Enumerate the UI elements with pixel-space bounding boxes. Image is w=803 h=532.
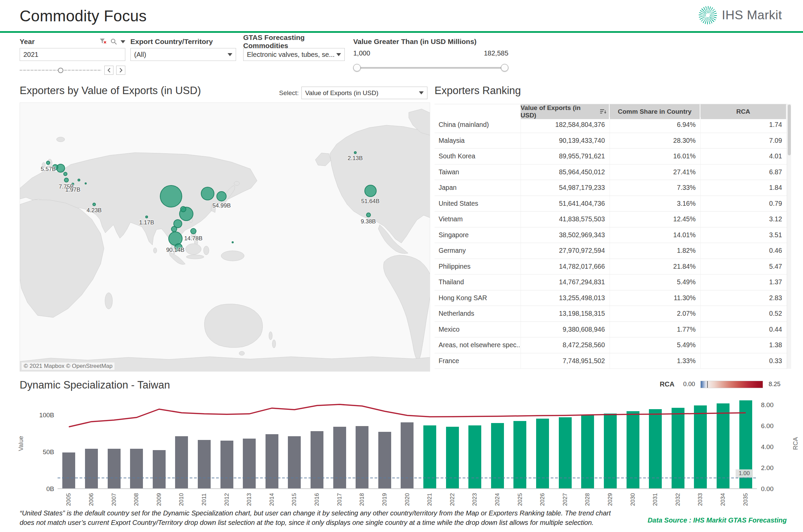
range-thumb-max[interactable] bbox=[501, 64, 508, 71]
dashboard: Commodity Focus IHS Markit Year bbox=[0, 0, 803, 532]
map-bubble[interactable] bbox=[46, 161, 50, 165]
year-next-button[interactable] bbox=[116, 66, 125, 75]
year-slider-thumb[interactable] bbox=[58, 68, 63, 73]
x-tick-label: 2026 bbox=[531, 491, 554, 510]
legend-title: RCA bbox=[660, 380, 674, 388]
cell-country: Areas, not elsewhere spec.. bbox=[435, 337, 521, 353]
map-bubble[interactable] bbox=[92, 203, 96, 206]
export-country-dropdown[interactable]: (All) bbox=[130, 48, 236, 61]
map-bubble[interactable] bbox=[63, 172, 67, 176]
x-tick-label: 2007 bbox=[103, 491, 125, 510]
cell-country: Singapore bbox=[435, 227, 521, 243]
map-bubble[interactable] bbox=[77, 179, 80, 182]
dynamic-specialization-plot: 1.00 bbox=[58, 397, 757, 489]
footnote-line-1: “United States” is the default country s… bbox=[20, 508, 610, 518]
x-tick-label: 2023 bbox=[464, 491, 486, 510]
map-bubble[interactable] bbox=[190, 228, 197, 234]
map-bubble[interactable] bbox=[180, 206, 186, 212]
table-row[interactable]: Germany27,970,972,5941.82%0.46 bbox=[435, 243, 787, 259]
table-row[interactable]: United States51,641,404,7363.16%0.79 bbox=[435, 196, 787, 212]
x-tick-label: 2022 bbox=[441, 491, 464, 510]
cell-rca: 0.33 bbox=[700, 353, 787, 369]
cell-value: 13,255,498,013 bbox=[521, 290, 609, 306]
map-bubble[interactable] bbox=[364, 185, 377, 197]
caret-down-icon bbox=[227, 53, 232, 56]
x-tick-label: 2008 bbox=[125, 491, 148, 510]
table-row[interactable]: South Korea89,955,791,62116.01%4.01 bbox=[435, 149, 787, 165]
table-scrollbar[interactable] bbox=[787, 104, 791, 369]
rca-color-scale[interactable] bbox=[700, 381, 763, 388]
table-body: China (mainland)182,584,804,3766.94%1.74… bbox=[435, 117, 787, 369]
cell-value: 41,838,575,503 bbox=[521, 211, 609, 227]
table-row[interactable]: Netherlands13,198,158,3152.07%0.52 bbox=[435, 306, 787, 322]
cell-country: Malaysia bbox=[435, 133, 521, 149]
cell-rca: 1.74 bbox=[700, 117, 787, 133]
cell-value: 9,380,608,946 bbox=[521, 322, 609, 338]
x-tick-label: 2009 bbox=[148, 491, 170, 510]
map-bubble[interactable] bbox=[232, 241, 234, 243]
cell-value: 7,748,951,502 bbox=[521, 353, 609, 369]
cell-country: South Korea bbox=[435, 149, 521, 165]
search-icon[interactable] bbox=[110, 38, 117, 45]
filter-export-country: Export Country/Territory (All) bbox=[130, 37, 236, 61]
commodity-dropdown[interactable]: Electronic valves, tubes, se... bbox=[243, 48, 345, 61]
map-bubble[interactable] bbox=[64, 178, 69, 183]
year-filter-label: Year bbox=[20, 38, 35, 46]
bubble-value-label: 54.99B bbox=[212, 202, 231, 209]
legend-max: 8.25 bbox=[768, 381, 780, 388]
caret-down-icon[interactable] bbox=[121, 40, 125, 43]
range-max-value: 182,585 bbox=[484, 50, 508, 57]
caret-down-icon bbox=[419, 91, 424, 94]
cell-rca: 0.79 bbox=[700, 196, 787, 212]
x-tick-label: 2015 bbox=[283, 491, 306, 510]
table-row[interactable]: Singapore38,502,969,34314.01%3.51 bbox=[435, 227, 787, 243]
rca-trend-line bbox=[69, 404, 746, 427]
map-bubble[interactable] bbox=[171, 226, 177, 232]
map-bubble[interactable] bbox=[354, 151, 357, 154]
x-tick-label: 2016 bbox=[306, 491, 329, 510]
table-scrollbar-thumb[interactable] bbox=[788, 104, 791, 155]
filter-value-range: Value Greater Than (in USD Millions) 1,0… bbox=[353, 37, 508, 71]
filter-commodity: GTAS Forecasting Commodities Electronic … bbox=[243, 37, 345, 61]
value-range-label: Value Greater Than (in USD Millions) bbox=[353, 38, 476, 46]
brand-logo: IHS Markit bbox=[699, 6, 782, 24]
x-tick-label: 2033 bbox=[689, 491, 712, 510]
map-bubble[interactable] bbox=[216, 191, 226, 201]
range-thumb-min[interactable] bbox=[353, 64, 361, 71]
value-range-slider[interactable] bbox=[353, 64, 508, 71]
table-row[interactable]: Malaysia90,139,433,74028.30%7.09 bbox=[435, 133, 787, 149]
cell-share: 1.77% bbox=[609, 322, 700, 338]
cell-rca: 1.38 bbox=[700, 337, 787, 353]
filter-exclude-icon[interactable] bbox=[99, 38, 107, 45]
table-row[interactable]: Japan54,987,179,2337.33%1.84 bbox=[435, 180, 787, 196]
bubble-value-label: 5.57B bbox=[41, 166, 56, 173]
cell-rca: 6.87 bbox=[700, 165, 787, 180]
map-bubble[interactable] bbox=[160, 185, 182, 207]
map-bubble[interactable] bbox=[366, 212, 371, 217]
table-row[interactable]: Areas, not elsewhere spec..8,472,258,560… bbox=[435, 337, 787, 353]
x-tick-label: 2029 bbox=[599, 491, 622, 510]
table-row[interactable]: Philippines14,782,017,66621.84%5.47 bbox=[435, 259, 787, 275]
table-row[interactable]: Hong Kong SAR13,255,498,01311.30%2.83 bbox=[435, 290, 787, 306]
cell-value: 13,198,158,315 bbox=[521, 306, 609, 322]
table-row[interactable]: France7,748,951,5021.33%0.33 bbox=[435, 353, 787, 369]
table-row[interactable]: Mexico9,380,608,9461.77%0.44 bbox=[435, 322, 787, 338]
world-map[interactable]: 5.57B7.75B1.97B4.23B1.17B54.99B14.78B90.… bbox=[20, 102, 430, 372]
year-slider[interactable] bbox=[20, 70, 102, 71]
map-bubble[interactable] bbox=[201, 187, 214, 200]
map-measure-dropdown[interactable]: Value of Exports (in USD) bbox=[302, 87, 427, 99]
cell-country: Netherlands bbox=[435, 306, 521, 322]
map-bubble[interactable] bbox=[145, 215, 148, 218]
cell-share: 1.82% bbox=[609, 243, 700, 259]
table-row[interactable]: Thailand14,767,294,8315.49%1.37 bbox=[435, 274, 787, 290]
table-row[interactable]: China (mainland)182,584,804,3766.94%1.74 bbox=[435, 117, 787, 133]
x-tick-label: 2017 bbox=[328, 491, 351, 510]
year-input[interactable] bbox=[20, 48, 125, 61]
year-prev-button[interactable] bbox=[104, 66, 113, 75]
data-source-note: Data Source : IHS Markit GTAS Forecastin… bbox=[647, 516, 787, 524]
table-row[interactable]: Taiwan85,964,450,01227.41%6.87 bbox=[435, 165, 787, 180]
table-row[interactable]: Vietnam41,838,575,50312.45%3.12 bbox=[435, 211, 787, 227]
map-bubble[interactable] bbox=[85, 183, 87, 185]
cell-value: 182,584,804,376 bbox=[521, 117, 609, 133]
x-tick-label: 2018 bbox=[351, 491, 373, 510]
